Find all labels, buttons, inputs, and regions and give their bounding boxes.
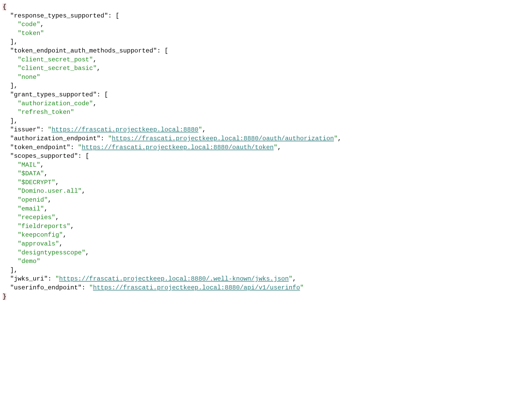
brace-open: { xyxy=(3,3,514,11)
json-key-line: "token_endpoint": "https://frascati.proj… xyxy=(3,143,514,152)
json-key: issuer xyxy=(14,126,36,133)
json-array-close: ], xyxy=(3,266,514,275)
json-key-line: "authorization_endpoint": "https://frasc… xyxy=(3,134,514,143)
json-array-item: "$DATA", xyxy=(3,169,514,178)
json-key: response_types_supported xyxy=(14,12,104,19)
json-array-item: "designtypesscope", xyxy=(3,248,514,257)
json-key: jwks_uri xyxy=(14,275,44,282)
issuer-link[interactable]: https://frascati.projectkeep.local:8880 xyxy=(51,126,198,133)
json-key: authorization_endpoint xyxy=(14,135,97,142)
json-key-line: "response_types_supported": [ xyxy=(3,11,514,20)
json-key: scopes_supported xyxy=(14,153,74,160)
brace-close: } xyxy=(3,292,514,301)
json-array-item: "client_secret_basic", xyxy=(3,64,514,73)
json-array-item: "Domino.user.all", xyxy=(3,187,514,196)
json-array-item: "code", xyxy=(3,20,514,29)
json-array-item: "refresh_token" xyxy=(3,108,514,117)
json-key-line: "jwks_uri": "https://frascati.projectkee… xyxy=(3,275,514,283)
json-array-item: "token" xyxy=(3,29,514,38)
json-array-item: "email", xyxy=(3,205,514,213)
json-key-line: "userinfo_endpoint": "https://frascati.p… xyxy=(3,283,514,292)
json-key-line: "grant_types_supported": [ xyxy=(3,90,514,99)
json-array-item: "recepies", xyxy=(3,213,514,222)
json-array-item: "MAIL", xyxy=(3,161,514,170)
json-array-item: "fieldreports", xyxy=(3,222,514,231)
json-array-item: "approvals", xyxy=(3,240,514,248)
json-key-line: "scopes_supported": [ xyxy=(3,152,514,161)
json-array-close: ], xyxy=(3,117,514,126)
json-array-close: ], xyxy=(3,81,514,90)
json-array-item: "$DECRYPT", xyxy=(3,178,514,187)
json-key: userinfo_endpoint xyxy=(14,284,78,291)
json-key: token_endpoint_auth_methods_supported xyxy=(14,47,153,54)
json-array-item: "openid", xyxy=(3,196,514,205)
json-array-item: "none" xyxy=(3,73,514,82)
token-endpoint-link[interactable]: https://frascati.projectkeep.local:8880/… xyxy=(82,144,274,151)
authorization-endpoint-link[interactable]: https://frascati.projectkeep.local:8880/… xyxy=(112,135,334,142)
jwks-uri-link[interactable]: https://frascati.projectkeep.local:8880/… xyxy=(59,275,289,282)
json-key-line: "issuer": "https://frascati.projectkeep.… xyxy=(3,125,514,134)
json-key-line: "token_endpoint_auth_methods_supported":… xyxy=(3,46,514,55)
userinfo-endpoint-link[interactable]: https://frascati.projectkeep.local:8880/… xyxy=(93,284,300,291)
json-key: token_endpoint xyxy=(14,144,67,151)
json-viewer: { "response_types_supported": [ "code", … xyxy=(3,3,514,301)
json-array-item: "client_secret_post", xyxy=(3,55,514,64)
json-array-close: ], xyxy=(3,38,514,46)
json-array-item: "keepconfig", xyxy=(3,231,514,240)
json-array-item: "authorization_code", xyxy=(3,99,514,108)
json-array-item: "demo" xyxy=(3,257,514,266)
json-key: grant_types_supported xyxy=(14,91,93,98)
